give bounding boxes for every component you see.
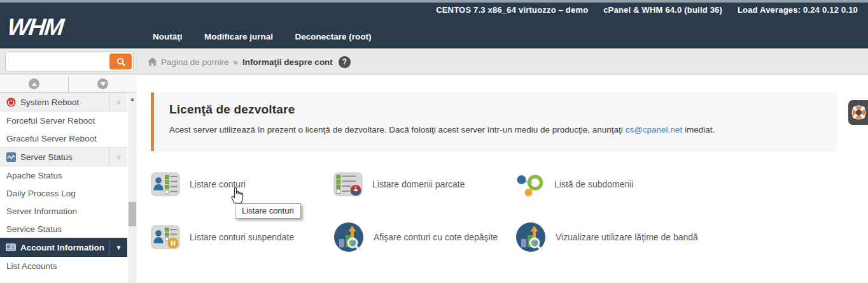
help-icon[interactable]: ? (339, 56, 351, 68)
sidebar-group-label: Account Information (20, 243, 104, 252)
support-tab[interactable] (848, 100, 868, 125)
version-info: cPanel & WHM 64.0 (build 36) (603, 5, 722, 15)
bandwidth-usage-icon (515, 222, 546, 252)
search-box (5, 52, 134, 71)
suspended-accounts-icon (151, 225, 180, 249)
scrollbar-thumb[interactable] (129, 202, 136, 226)
feature-list-subdomains[interactable]: Listă de subdomenii (515, 171, 844, 198)
status-chart-icon (6, 152, 16, 162)
feature-list-parked-domains[interactable]: Listare domenii parcate (333, 171, 515, 198)
home-icon (148, 57, 157, 66)
nav-item-change-log[interactable]: Modificare jurnal (204, 32, 273, 41)
sidebar: System Reboot ∨ Forceful Server Reboot G… (0, 76, 137, 283)
breadcrumb-home-link[interactable]: Pagina de pornire (148, 57, 229, 67)
chevron-down-icon[interactable]: ∨ (109, 148, 127, 166)
notice-text: Acest server utilizează în prezent o lic… (169, 125, 626, 134)
sidebar-group-label: Server Status (20, 152, 73, 162)
system-info: CENTOS 7.3 x86_64 virtuozzo – demo (436, 5, 588, 15)
feature-list-suspended-accounts[interactable]: Listare conturi suspendate (151, 222, 333, 252)
load-averages: Load Averages: 0.24 0.12 0.10 (738, 5, 858, 15)
sidebar-item-service-status[interactable]: Service Status (0, 220, 127, 238)
nav-item-news[interactable]: Noutăţi (153, 32, 183, 41)
development-license-notice: Licenţă de dezvoltare Acest server utili… (151, 92, 837, 151)
circle-down-arrow-icon (97, 78, 108, 89)
sidebar-item-list-accounts[interactable]: List Accounts (0, 257, 127, 275)
breadcrumb-current: Informaţii despre cont (242, 57, 333, 67)
sidebar-item-daily-process-log[interactable]: Daily Process Log (0, 184, 127, 202)
feature-label: Vizualizare utilizare lăţime de bandă (556, 231, 698, 243)
power-icon (6, 97, 16, 107)
whm-logo[interactable]: WHM (6, 14, 64, 41)
search-input[interactable] (10, 53, 108, 70)
window-top-edge (0, 0, 868, 3)
sidebar-group-server-status[interactable]: Server Status ∨ (0, 147, 127, 166)
feature-bandwidth-usage[interactable]: Vizualizare utilizare lăţime de bandă (515, 222, 844, 252)
breadcrumb-home-label: Pagina de pornire (161, 57, 229, 67)
scroll-up-button[interactable] (0, 76, 69, 92)
sidebar-group-system-reboot[interactable]: System Reboot ∨ (0, 92, 127, 112)
breadcrumb: Pagina de pornire » Informaţii despre co… (148, 48, 351, 75)
account-list-icon (151, 172, 180, 196)
sidebar-menu: System Reboot ∨ Forceful Server Reboot G… (0, 92, 127, 275)
breadcrumb-bar: Pagina de pornire » Informaţii despre co… (0, 48, 868, 75)
feature-label: Listare domenii parcate (372, 178, 465, 191)
sidebar-group-label: System Reboot (20, 98, 79, 107)
nav-item-logout[interactable]: Deconectare (root) (295, 32, 371, 41)
feature-label: Afişare conturi cu cote depăşite (374, 231, 498, 243)
sidebar-group-account-information[interactable]: Account Information ▼ (0, 238, 127, 257)
parked-domains-icon (333, 172, 363, 196)
notice-title: Licenţă de dezvoltare (169, 103, 822, 117)
lifebuoy-icon (851, 105, 867, 120)
subdomains-icon (515, 171, 545, 198)
notice-body: Acest server utilizează în prezent o lic… (169, 125, 822, 134)
sidebar-item-graceful-server-reboot[interactable]: Graceful Server Reboot (0, 129, 127, 147)
sidebar-item-server-information[interactable]: Server Information (0, 202, 127, 220)
id-card-icon (6, 242, 16, 252)
cpanel-email-link[interactable]: cs@cpanel.net (626, 125, 683, 134)
sidebar-scroll-controls (0, 76, 137, 92)
tooltip: Listare conturi (235, 203, 301, 219)
chevron-expanded-icon[interactable]: ▼ (109, 238, 127, 256)
scrollbar-up-arrow-icon[interactable]: ▲ (128, 92, 137, 102)
chevron-down-icon[interactable]: ∨ (109, 93, 127, 111)
hand-cursor-icon (230, 185, 245, 204)
sidebar-scrollbar[interactable]: ▲ (128, 92, 137, 283)
sidebar-item-forceful-server-reboot[interactable]: Forceful Server Reboot (0, 112, 127, 129)
scroll-down-button[interactable] (69, 76, 137, 92)
header: CENTOS 7.3 x86_64 virtuozzo – demo cPane… (0, 0, 868, 48)
breadcrumb-separator: » (234, 57, 239, 67)
search-icon (116, 57, 126, 67)
server-info-bar: CENTOS 7.3 x86_64 virtuozzo – demo cPane… (423, 5, 858, 15)
feature-label: Listă de subdomenii (554, 178, 634, 191)
feature-label: Listare conturi suspendate (190, 231, 294, 243)
notice-text-tail: imediat. (682, 125, 715, 134)
sidebar-item-apache-status[interactable]: Apache Status (0, 166, 127, 184)
circle-up-arrow-icon (29, 78, 39, 89)
feature-quota-exceeded[interactable]: Afişare conturi cu cote depăşite (333, 222, 515, 252)
search-button[interactable] (109, 54, 132, 69)
quota-exceeded-icon (333, 222, 364, 252)
main-nav: Noutăţi Modificare jurnal Deconectare (r… (153, 31, 390, 42)
